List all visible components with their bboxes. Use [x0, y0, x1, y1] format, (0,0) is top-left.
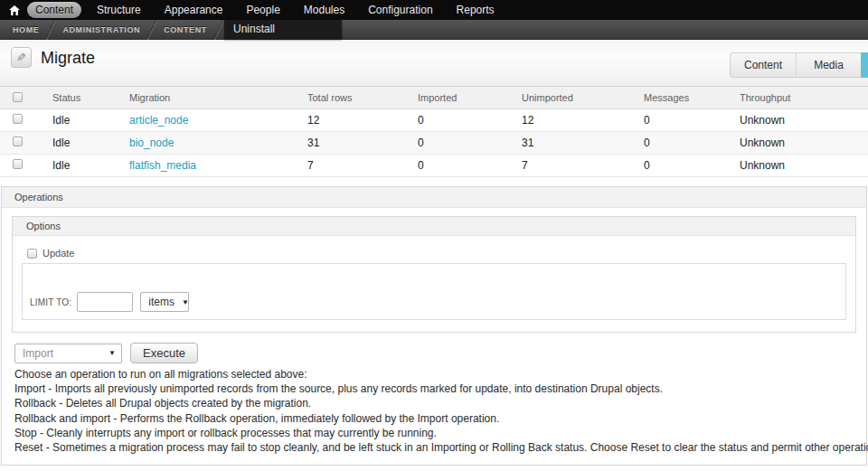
- breadcrumb-separator: [46, 20, 57, 40]
- page-header: ✎ Migrate Content Media: [0, 40, 868, 87]
- breadcrumb-separator: [146, 20, 157, 40]
- table-header-row: Status Migration Total rows Imported Uni…: [0, 87, 868, 109]
- total-rows-cell: 12: [295, 114, 405, 127]
- breadcrumb-content[interactable]: CONTENT: [164, 25, 207, 34]
- migration-link[interactable]: article_node: [129, 114, 188, 127]
- unimported-cell: 12: [509, 114, 631, 127]
- row-checkbox[interactable]: [13, 137, 23, 146]
- col-total-rows: Total rows: [295, 92, 405, 103]
- migration-link[interactable]: flatfish_media: [129, 159, 196, 172]
- tab-media[interactable]: Media: [796, 53, 861, 77]
- limit-unit-select[interactable]: items ▼: [140, 292, 189, 312]
- migration-link[interactable]: bio_node: [129, 137, 174, 149]
- active-tab-edge-strip[interactable]: [861, 52, 868, 78]
- row-checkbox[interactable]: [13, 159, 23, 169]
- status-cell: Idle: [40, 159, 117, 172]
- update-label: Update: [42, 248, 74, 259]
- table-row: Idle flatfish_media 7 0 7 0 Unknown: [0, 155, 868, 177]
- help-line: Rollback - Deletes all Drupal objects cr…: [14, 396, 854, 410]
- page-title: Migrate: [41, 49, 95, 68]
- operations-help-text: Choose an operation to run on all migrat…: [14, 367, 854, 465]
- content-type-tabs: Content Media: [730, 52, 861, 78]
- options-legend: Options: [13, 217, 855, 236]
- home-icon[interactable]: [5, 0, 24, 20]
- limit-box: LIMIT TO: items ▼: [22, 263, 846, 320]
- update-checkbox[interactable]: [27, 249, 37, 259]
- help-line: Stop - Cleanly interrupts any import or …: [14, 426, 854, 440]
- menu-reports[interactable]: Reports: [448, 2, 503, 18]
- operation-action-row: Import ▼ Execute: [14, 343, 866, 363]
- help-line: Choose an operation to run on all migrat…: [14, 367, 854, 382]
- edit-page-button[interactable]: ✎: [11, 47, 32, 68]
- col-unimported: Unimported: [509, 92, 631, 103]
- col-status: Status: [40, 92, 117, 103]
- row-checkbox[interactable]: [13, 114, 23, 124]
- col-throughput: Throughput: [727, 92, 868, 103]
- status-cell: Idle: [40, 137, 117, 149]
- breadcrumb-administration[interactable]: ADMINISTRATION: [62, 25, 140, 34]
- total-rows-cell: 31: [295, 137, 405, 149]
- imported-cell: 0: [405, 137, 509, 149]
- execute-button[interactable]: Execute: [130, 343, 198, 363]
- messages-cell: 0: [631, 159, 727, 172]
- breadcrumb: HOME ADMINISTRATION CONTENT MIGRATE: [0, 20, 868, 40]
- modules-dropdown-menu: Uninstall: [224, 20, 342, 39]
- total-rows-cell: 7: [295, 159, 405, 172]
- menu-content[interactable]: Content: [27, 2, 81, 18]
- options-fieldset: Options Update LIMIT TO: items ▼: [12, 216, 856, 333]
- migrations-table: Status Migration Total rows Imported Uni…: [0, 87, 868, 177]
- pencil-icon: ✎: [16, 48, 26, 67]
- select-all-checkbox[interactable]: [13, 92, 23, 102]
- table-row: Idle bio_node 31 0 31 0 Unknown: [0, 132, 868, 155]
- col-migration: Migration: [117, 92, 295, 103]
- menu-people[interactable]: People: [238, 2, 288, 18]
- unimported-cell: 31: [509, 137, 631, 149]
- update-checkbox-row: Update: [27, 248, 99, 259]
- throughput-cell: Unknown: [727, 137, 868, 149]
- throughput-cell: Unknown: [727, 114, 868, 127]
- col-messages: Messages: [631, 92, 727, 103]
- menu-modules[interactable]: Modules: [296, 2, 353, 18]
- menu-configuration[interactable]: Configuration: [360, 2, 440, 18]
- imported-cell: 0: [405, 114, 509, 127]
- col-imported: Imported: [405, 92, 509, 103]
- limit-label: LIMIT TO:: [30, 297, 71, 307]
- table-row: Idle article_node 12 0 12 0 Unknown: [0, 109, 868, 132]
- messages-cell: 0: [631, 137, 727, 149]
- operations-fieldset: Operations Options Update LIMIT TO: item…: [1, 186, 867, 466]
- breadcrumb-separator: [213, 20, 224, 40]
- chevron-down-icon: ▼: [182, 298, 189, 306]
- operation-select-value: Import: [23, 347, 53, 360]
- menu-appearance[interactable]: Appearance: [156, 2, 231, 18]
- unimported-cell: 7: [509, 159, 631, 172]
- operation-select[interactable]: Import ▼: [14, 344, 122, 363]
- limit-input[interactable]: [77, 292, 133, 312]
- status-cell: Idle: [40, 114, 117, 127]
- messages-cell: 0: [631, 114, 727, 127]
- admin-toolbar: Content Structure Appearance People Modu…: [0, 0, 868, 20]
- imported-cell: 0: [405, 159, 509, 172]
- help-line: Reset - Sometimes a migration process ma…: [14, 440, 854, 455]
- help-line: Import - Imports all previously unimport…: [14, 382, 854, 396]
- chevron-down-icon: ▼: [108, 349, 116, 357]
- help-line: Rollback and import - Performs the Rollb…: [14, 411, 854, 426]
- menu-item-uninstall[interactable]: Uninstall: [224, 20, 342, 39]
- menu-structure[interactable]: Structure: [89, 2, 149, 18]
- tab-content[interactable]: Content: [731, 53, 796, 77]
- operations-legend: Operations: [2, 187, 866, 208]
- throughput-cell: Unknown: [727, 159, 868, 172]
- breadcrumb-home[interactable]: HOME: [13, 25, 39, 34]
- limit-unit-value: items: [148, 296, 175, 308]
